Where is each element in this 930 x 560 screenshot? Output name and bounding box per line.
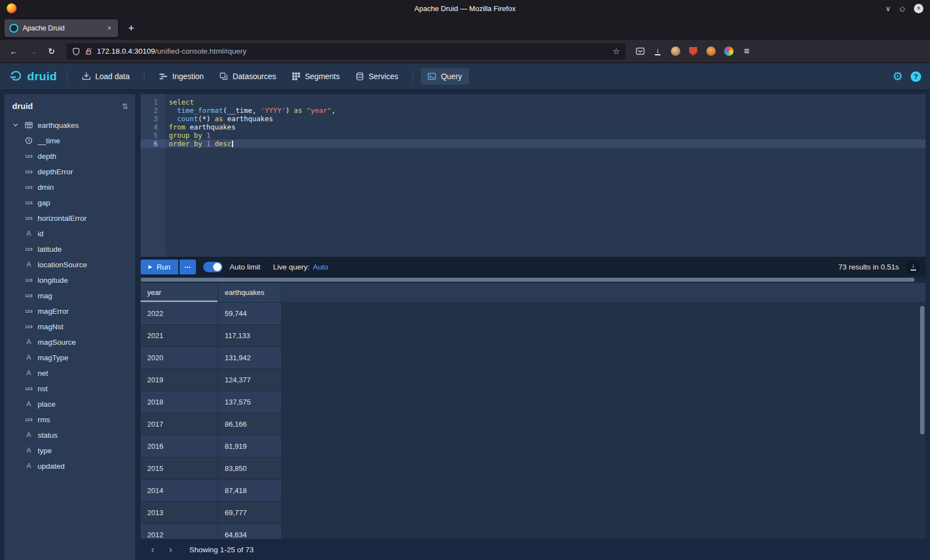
cell-earthquakes[interactable]: 81,919 (218, 435, 282, 458)
cell-earthquakes[interactable]: 83,850 (218, 458, 282, 480)
column-header-year[interactable]: year (141, 283, 218, 303)
code-line[interactable]: group by 1 (165, 131, 926, 139)
tree-item-magSource[interactable]: AmagSource (4, 334, 135, 350)
tree-item-net[interactable]: Anet (4, 365, 135, 381)
table-row: 202259,744 (141, 303, 926, 325)
pocket-icon[interactable] (632, 44, 648, 59)
tree-item-dmin[interactable]: 123dmin (4, 179, 135, 195)
cell-earthquakes[interactable]: 117,133 (218, 325, 282, 347)
cell-earthquakes[interactable]: 64,634 (218, 524, 282, 539)
tab-close-icon[interactable]: × (106, 23, 113, 33)
tree-item-magType[interactable]: AmagType (4, 350, 135, 365)
tree-item-label: nst (38, 385, 48, 393)
live-query-value[interactable]: Auto (313, 263, 328, 271)
cell-year[interactable]: 2015 (141, 458, 218, 480)
settings-gear-icon[interactable]: ⚙ (892, 70, 903, 83)
cell-year[interactable]: 2014 (141, 480, 218, 502)
back-button[interactable]: ← (6, 43, 22, 60)
vertical-scrollbar-thumb[interactable] (920, 306, 924, 434)
nav-services[interactable]: Services (349, 68, 405, 85)
tree-item-place[interactable]: Aplace (4, 396, 135, 412)
code-line[interactable]: order by 1 desc (165, 139, 926, 148)
downloads-icon[interactable]: ↓ (650, 44, 665, 59)
schema-sort-icon[interactable]: ⇅ (122, 102, 128, 111)
bookmark-star-icon[interactable]: ☆ (613, 46, 620, 56)
ublock-extension-icon[interactable] (685, 44, 701, 59)
horizontal-scrollbar[interactable] (141, 277, 926, 283)
window-minimize-icon[interactable]: ∨ (885, 5, 891, 12)
window-close-icon[interactable]: × (914, 4, 923, 13)
tree-item-gap[interactable]: 123gap (4, 195, 135, 210)
download-results-icon[interactable]: ↓ (906, 260, 920, 274)
cell-year[interactable]: 2016 (141, 435, 218, 458)
tree-item-latitude[interactable]: 123latitude (4, 241, 135, 257)
extension-pinwheel-icon[interactable] (721, 44, 736, 59)
menu-icon[interactable]: ≡ (738, 43, 755, 60)
tracking-protection-shield-icon[interactable] (72, 47, 80, 56)
cell-year[interactable]: 2020 (141, 347, 218, 369)
tab-bar: Apache Druid × + (0, 17, 930, 40)
string-type-icon: A (24, 400, 33, 408)
forward-button[interactable]: → (24, 43, 41, 60)
tree-item-__time[interactable]: __time (4, 133, 135, 148)
previous-page-button[interactable]: ‹ (145, 542, 161, 557)
nav-ingestion[interactable]: Ingestion (152, 68, 210, 85)
insecure-lock-icon[interactable] (85, 47, 92, 56)
help-icon[interactable]: ? (911, 71, 921, 82)
tree-item-id[interactable]: Aid (4, 226, 135, 241)
cell-earthquakes[interactable]: 86,166 (218, 413, 282, 435)
tree-item-type[interactable]: Atype (4, 443, 135, 458)
tree-item-nst[interactable]: 123nst (4, 381, 135, 396)
cell-earthquakes[interactable]: 124,377 (218, 369, 282, 391)
profile-avatar-icon[interactable] (703, 44, 719, 59)
tree-item-locationSource[interactable]: AlocationSource (4, 257, 135, 272)
cell-year[interactable]: 2021 (141, 325, 218, 347)
account-avatar-icon[interactable] (668, 44, 683, 59)
tree-item-depth[interactable]: 123depth (4, 148, 135, 164)
new-tab-button[interactable]: + (123, 20, 139, 36)
tree-item-status[interactable]: Astatus (4, 427, 135, 443)
cell-year[interactable]: 2019 (141, 369, 218, 391)
code-line[interactable]: count(*) as earthquakes (165, 115, 926, 123)
tree-item-magError[interactable]: 123magError (4, 303, 135, 319)
cell-earthquakes[interactable]: 131,942 (218, 347, 282, 369)
cell-earthquakes[interactable]: 87,418 (218, 480, 282, 502)
cell-year[interactable]: 2018 (141, 391, 218, 413)
druid-logo[interactable]: druid (9, 69, 60, 84)
tree-item-magNst[interactable]: 123magNst (4, 319, 135, 334)
cell-year[interactable]: 2013 (141, 502, 218, 524)
tree-item-earthquakes[interactable]: earthquakes (4, 117, 135, 133)
cell-earthquakes[interactable]: 59,744 (218, 303, 282, 325)
horizontal-scrollbar-thumb[interactable] (141, 278, 914, 282)
nav-query[interactable]: Query (421, 68, 468, 85)
cell-earthquakes[interactable]: 69,777 (218, 502, 282, 524)
tree-item-horizontalError[interactable]: 123horizontalError (4, 210, 135, 226)
cell-year[interactable]: 2022 (141, 303, 218, 325)
tree-item-rms[interactable]: 123rms (4, 412, 135, 427)
run-more-button[interactable]: ••• (179, 260, 196, 274)
cell-year[interactable]: 2017 (141, 413, 218, 435)
tree-item-updated[interactable]: Aupdated (4, 458, 135, 474)
column-header-earthquakes[interactable]: earthquakes (218, 283, 282, 303)
cell-year[interactable]: 2012 (141, 524, 218, 539)
auto-limit-toggle[interactable] (203, 262, 223, 272)
code-line[interactable]: from earthquakes (165, 123, 926, 131)
tree-item-longitude[interactable]: 123longitude (4, 272, 135, 288)
url-bar[interactable]: 172.18.0.4:30109/unified-console.html#qu… (66, 43, 626, 60)
nav-label: Services (369, 72, 399, 81)
nav-segments[interactable]: Segments (285, 68, 347, 85)
window-maximize-icon[interactable]: ◇ (900, 5, 905, 12)
tree-item-depthError[interactable]: 123depthError (4, 164, 135, 179)
run-button[interactable]: ▶ Run (141, 260, 178, 274)
browser-tab[interactable]: Apache Druid × (4, 19, 118, 37)
nav-datasources[interactable]: Datasources (213, 68, 283, 85)
editor-code[interactable]: select time_format(__time, 'YYYY') as "y… (165, 94, 926, 257)
nav-load-data[interactable]: Load data (75, 68, 136, 85)
tree-item-mag[interactable]: 123mag (4, 288, 135, 303)
code-line[interactable]: select (165, 98, 926, 106)
cell-earthquakes[interactable]: 137,575 (218, 391, 282, 413)
sql-editor[interactable]: 123456 select time_format(__time, 'YYYY'… (141, 94, 926, 257)
reload-button[interactable]: ↻ (43, 43, 60, 60)
next-page-button[interactable]: › (163, 542, 178, 557)
code-line[interactable]: time_format(__time, 'YYYY') as "year", (165, 106, 926, 115)
